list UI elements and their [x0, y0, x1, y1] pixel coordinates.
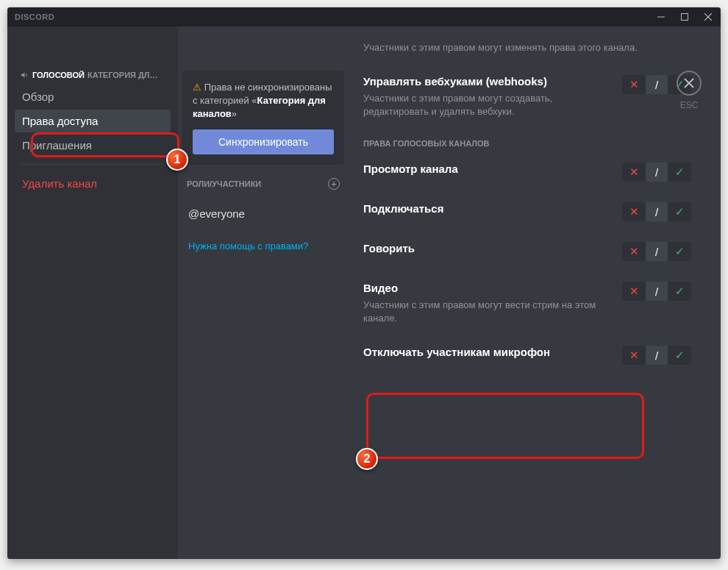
toggle-neutral[interactable]: /	[646, 163, 668, 182]
app-name: DISCORD	[15, 13, 54, 21]
toggle-allow[interactable]: ✓	[668, 242, 691, 261]
toggle-deny[interactable]: ✕	[622, 202, 646, 221]
toggle-deny[interactable]: ✕	[622, 75, 646, 94]
perm-row-webhooks: Управлять вебхуками (webhooks) Участники…	[363, 75, 691, 118]
close-icon[interactable]	[677, 71, 702, 96]
perm-row-connect: Подключаться ✕ / ✓	[363, 202, 691, 221]
perm-desc: Участники с этим правом могут вести стри…	[363, 299, 607, 325]
maximize-button[interactable]	[678, 10, 691, 24]
perm-toggle-mute: ✕ / ✓	[622, 346, 691, 365]
toggle-deny[interactable]: ✕	[622, 163, 646, 182]
perm-toggle-connect: ✕ / ✓	[622, 202, 691, 221]
toggle-allow[interactable]: ✓	[668, 163, 691, 182]
perm-title: Говорить	[363, 242, 607, 254]
toggle-allow[interactable]: ✓	[668, 282, 691, 301]
toggle-neutral[interactable]: /	[646, 75, 668, 94]
warning-icon: ⚠	[193, 82, 204, 93]
perm-desc: Участники с этим правом могут изменять п…	[363, 41, 657, 54]
permissions-help-link[interactable]: Нужна помощь с правами?	[178, 241, 349, 252]
divider	[21, 164, 165, 165]
perm-toggle-speak: ✕ / ✓	[622, 242, 691, 261]
permissions-content: ESC Участники с этим правом могут изменя…	[349, 26, 721, 559]
perm-toggle-video: ✕ / ✓	[622, 282, 691, 301]
role-everyone[interactable]: @everyone	[178, 203, 349, 224]
perm-title: Отключать участникам микрофон	[363, 346, 607, 358]
perm-row-speak: Говорить ✕ / ✓	[363, 242, 691, 261]
roles-header: РОЛИ/УЧАСТНИКИ +	[178, 178, 349, 190]
toggle-deny[interactable]: ✕	[622, 282, 646, 301]
toggle-neutral[interactable]: /	[646, 202, 668, 221]
perm-title: Подключаться	[363, 202, 607, 215]
sidebar-item-permissions[interactable]: Права доступа	[15, 110, 171, 132]
titlebar: DISCORD	[7, 7, 721, 26]
section-header-voice: ПРАВА ГОЛОСОВЫХ КАНАЛОВ	[363, 139, 691, 148]
speaker-icon	[21, 71, 29, 79]
toggle-deny[interactable]: ✕	[622, 346, 646, 365]
perm-title: Видео	[363, 282, 607, 294]
sidebar-item-invites[interactable]: Приглашения	[15, 134, 171, 157]
perm-toggle-view: ✕ / ✓	[622, 163, 691, 182]
perm-title: Управлять вебхуками (webhooks)	[363, 75, 607, 88]
sync-button[interactable]: Синхронизировать	[193, 129, 334, 154]
perm-row-mute: Отключать участникам микрофон ✕ / ✓	[363, 346, 691, 365]
minimize-button[interactable]	[654, 10, 668, 24]
sync-notice: ⚠ Права не синхронизированы с категорией…	[182, 71, 344, 165]
toggle-deny[interactable]: ✕	[622, 242, 646, 261]
sidebar-header: ГОЛОСОВОЙ КАТЕГОРИЯ ДЛ…	[15, 71, 171, 85]
toggle-neutral[interactable]: /	[646, 346, 668, 365]
close-window-button[interactable]	[702, 10, 715, 24]
sidebar-item-overview[interactable]: Обзор	[15, 85, 171, 108]
close-settings: ESC	[677, 71, 702, 110]
sidebar-item-delete-channel[interactable]: Удалить канал	[15, 172, 171, 195]
toggle-allow[interactable]: ✓	[668, 346, 691, 365]
add-role-button[interactable]: +	[328, 178, 340, 190]
perm-desc: Участники с этим правом могут создавать,…	[363, 92, 607, 118]
esc-label: ESC	[677, 100, 702, 110]
settings-sidebar: ГОЛОСОВОЙ КАТЕГОРИЯ ДЛ… Обзор Права дост…	[7, 26, 178, 559]
perm-title: Просмотр канала	[363, 163, 607, 175]
svg-rect-1	[682, 14, 688, 21]
toggle-neutral[interactable]: /	[646, 242, 668, 261]
toggle-allow[interactable]: ✓	[668, 202, 691, 221]
perm-row-view: Просмотр канала ✕ / ✓	[363, 163, 691, 182]
toggle-neutral[interactable]: /	[646, 282, 668, 301]
perm-row-video: Видео Участники с этим правом могут вест…	[363, 282, 691, 325]
roles-column: ⚠ Права не синхронизированы с категорией…	[178, 26, 349, 559]
